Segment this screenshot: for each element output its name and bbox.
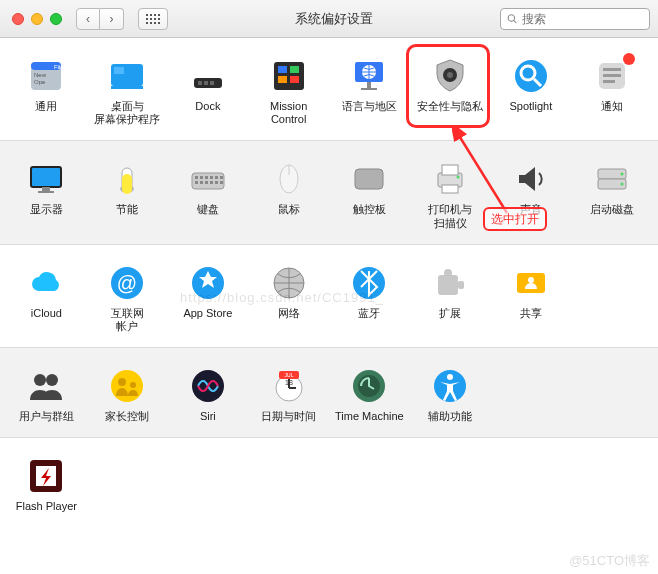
pref-printers[interactable]: 打印机与 扫描仪 — [412, 155, 488, 233]
flash-icon — [26, 456, 66, 496]
desktop-icon — [107, 56, 147, 96]
pref-label: 显示器 — [30, 203, 63, 216]
svg-point-22 — [447, 72, 453, 78]
watermark-center: https://blog.csdn.net/CC1991_ — [180, 290, 384, 305]
pref-trackpad[interactable]: 触控板 — [331, 155, 407, 233]
pref-displays[interactable]: 显示器 — [8, 155, 84, 233]
pref-siri[interactable]: Siri — [170, 362, 246, 427]
pref-label: 桌面与 屏幕保护程序 — [94, 100, 160, 126]
pref-label: 启动磁盘 — [590, 203, 634, 216]
svg-rect-14 — [290, 66, 299, 73]
svg-point-71 — [111, 370, 143, 402]
pref-parental[interactable]: 家长控制 — [89, 362, 165, 427]
sharing-icon — [511, 263, 551, 303]
pref-energy[interactable]: 节能 — [89, 155, 165, 233]
security-icon — [430, 56, 470, 96]
pref-label: 扩展 — [439, 307, 461, 320]
pref-sharing[interactable]: 共享 — [493, 259, 569, 337]
svg-rect-36 — [195, 176, 198, 179]
svg-rect-50 — [355, 169, 383, 189]
svg-rect-27 — [603, 68, 621, 71]
pref-startup[interactable]: 启动磁盘 — [574, 155, 650, 233]
svg-rect-10 — [204, 81, 208, 85]
nav-buttons: ‹ › — [76, 8, 124, 30]
pref-label: 语言与地区 — [342, 100, 397, 113]
parental-icon — [107, 366, 147, 406]
keyboard-icon — [188, 159, 228, 199]
pref-accessibility[interactable]: 辅助功能 — [412, 362, 488, 427]
notifications-icon — [592, 56, 632, 96]
svg-point-58 — [620, 183, 623, 186]
svg-point-69 — [34, 374, 46, 386]
minimize-icon[interactable] — [31, 13, 43, 25]
accessibility-icon — [430, 366, 470, 406]
search-icon — [507, 13, 518, 25]
svg-rect-40 — [215, 176, 218, 179]
annotation-callout: 选中打开 — [483, 207, 547, 231]
zoom-icon[interactable] — [50, 13, 62, 25]
pref-internet[interactable]: @互联网 帐户 — [89, 259, 165, 337]
trackpad-icon — [349, 159, 389, 199]
svg-rect-45 — [210, 181, 213, 184]
svg-rect-64 — [438, 275, 458, 295]
pref-mouse[interactable]: 鼠标 — [251, 155, 327, 233]
pref-label: 鼠标 — [278, 203, 300, 216]
pref-label: Dock — [195, 100, 220, 113]
pref-flash[interactable]: Flash Player — [8, 452, 84, 517]
back-button[interactable]: ‹ — [76, 8, 100, 30]
pref-language[interactable]: 语言与地区 — [331, 52, 407, 130]
svg-rect-42 — [195, 181, 198, 184]
svg-point-70 — [46, 374, 58, 386]
pref-section-0: FileNewOpe通用桌面与 屏幕保护程序DockMission Contro… — [0, 38, 658, 140]
pref-extensions[interactable]: 扩展 — [412, 259, 488, 337]
svg-text:18: 18 — [285, 379, 293, 386]
svg-point-66 — [444, 269, 452, 277]
window-title: 系统偏好设置 — [176, 10, 492, 28]
pref-datetime[interactable]: JUL18日期与时间 — [251, 362, 327, 427]
energy-icon — [107, 159, 147, 199]
svg-point-23 — [515, 60, 547, 92]
printers-icon — [430, 159, 470, 199]
pref-label: 节能 — [116, 203, 138, 216]
dock-icon — [188, 56, 228, 96]
pref-mission[interactable]: Mission Control — [251, 52, 327, 130]
svg-rect-11 — [210, 81, 214, 85]
pref-spotlight[interactable]: Spotlight — [493, 52, 569, 130]
pref-label: Mission Control — [270, 100, 307, 126]
pref-general[interactable]: FileNewOpe通用 — [8, 52, 84, 130]
forward-button[interactable]: › — [100, 8, 124, 30]
search-input[interactable] — [522, 12, 643, 26]
svg-rect-9 — [198, 81, 202, 85]
siri-icon — [188, 366, 228, 406]
pref-label: App Store — [183, 307, 232, 320]
svg-rect-53 — [442, 185, 458, 193]
svg-rect-16 — [290, 76, 299, 83]
pref-timemachine[interactable]: Time Machine — [331, 362, 407, 427]
pref-desktop[interactable]: 桌面与 屏幕保护程序 — [89, 52, 165, 130]
svg-rect-43 — [200, 181, 203, 184]
pref-section-1: 显示器节能键盘鼠标触控板打印机与 扫描仪声音启动磁盘 — [0, 140, 658, 244]
pref-notifications[interactable]: 通知 — [574, 52, 650, 130]
pref-dock[interactable]: Dock — [170, 52, 246, 130]
pref-label: Time Machine — [335, 410, 404, 423]
pref-icloud[interactable]: iCloud — [8, 259, 84, 337]
pref-label: 互联网 帐户 — [111, 307, 144, 333]
pref-security[interactable]: 安全性与隐私 — [412, 52, 488, 130]
svg-rect-7 — [111, 86, 143, 89]
search-field[interactable] — [500, 8, 650, 30]
spotlight-icon — [511, 56, 551, 96]
show-all-button[interactable] — [138, 8, 168, 30]
close-icon[interactable] — [12, 13, 24, 25]
mission-icon — [269, 56, 309, 96]
svg-point-73 — [130, 382, 136, 388]
pref-label: 键盘 — [197, 203, 219, 216]
svg-rect-37 — [200, 176, 203, 179]
pref-users[interactable]: 用户与群组 — [8, 362, 84, 427]
svg-point-54 — [457, 176, 460, 179]
displays-icon — [26, 159, 66, 199]
svg-text:Ope: Ope — [34, 79, 46, 85]
pref-keyboard[interactable]: 键盘 — [170, 155, 246, 233]
general-icon: FileNewOpe — [26, 56, 66, 96]
pref-label: 辅助功能 — [428, 410, 472, 423]
pref-section-3: 用户与群组家长控制SiriJUL18日期与时间Time Machine辅助功能 — [0, 347, 658, 438]
